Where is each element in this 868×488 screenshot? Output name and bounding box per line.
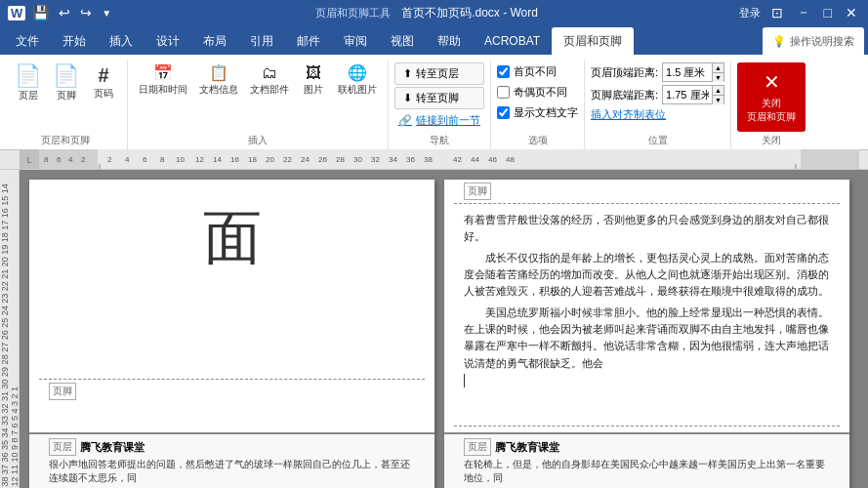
tab-file[interactable]: 文件: [4, 27, 51, 55]
show-doc-text-option[interactable]: 显示文档文字: [497, 105, 578, 120]
header-distance-up[interactable]: ▲: [712, 63, 723, 73]
ribbon-group-position-content: 页眉顶端距离: ▲ ▼ 页脚底端距离:: [591, 62, 724, 132]
goto-footer-icon: ⬇: [403, 92, 412, 104]
footer-distance-up[interactable]: ▲: [712, 86, 723, 96]
svg-text:32: 32: [371, 155, 380, 164]
doc-area: 39 38 37 36 35 34 33 32 31 30 29 28 27 2…: [0, 170, 868, 488]
quick-save-btn[interactable]: 💾: [29, 5, 52, 20]
login-btn[interactable]: 登录: [739, 6, 761, 20]
redo-btn[interactable]: ↪: [77, 5, 95, 20]
nav-column: ⬆ 转至页层 ⬇ 转至页脚 🔗 链接到前一节: [394, 62, 484, 130]
svg-text:34: 34: [389, 155, 397, 164]
ruler: L 8 6 4 2 2 4 6 8 10 12 14 16 18 20 22 2…: [0, 150, 868, 170]
insert-tab-stop-link[interactable]: 插入对齐制表位: [591, 107, 666, 122]
svg-text:12: 12: [195, 155, 204, 164]
margin-numbers: 39 38 37 36 35 34 33 32 31 30 29 28 27 2…: [0, 183, 20, 488]
tab-home[interactable]: 开始: [51, 27, 98, 55]
svg-text:4: 4: [125, 155, 130, 164]
goto-header-btn[interactable]: ⬆ 转至页层: [394, 62, 484, 85]
page1-bottom-section: 页层 腾飞教育课堂 很小声地回答老师提出的问题，然后憋进了气的玻球一样脓回自己的…: [29, 432, 434, 488]
tab-layout[interactable]: 布局: [191, 27, 238, 55]
page2-content[interactable]: 有着曹雪芹般世没落的经历，否则他更多的只会感觉到身边的朋友对自己都很好。 成长不…: [444, 204, 849, 426]
ruler-marks: 8 6 4 2 2 4 6 8 10 12 14 16 18 20 22 24 …: [39, 150, 868, 169]
page1-footer-content: [29, 403, 434, 432]
doc-info-btn[interactable]: 📋 文档信息: [194, 62, 243, 100]
title-bar: W 💾 ↩ ↪ ▼ 页眉和页脚工具 首页不加页码.docx - Word 登录 …: [0, 0, 868, 25]
header-distance-input[interactable]: ▲ ▼: [662, 62, 724, 82]
svg-text:16: 16: [230, 155, 239, 164]
page2-para3: 美国总统罗斯福小时候非常胆小。他的脸上经常显现出一种恐惧的表情。在上课的时候，他…: [464, 305, 830, 372]
tab-help[interactable]: 帮助: [426, 27, 473, 55]
maximize-btn[interactable]: □: [821, 5, 835, 20]
page1-layer-tag: 页层: [49, 438, 76, 456]
header-btn[interactable]: 📄 页层: [10, 62, 46, 105]
search-tab[interactable]: 💡 操作说明搜索: [763, 27, 864, 55]
tab-insert[interactable]: 插入: [98, 27, 145, 55]
page1-bottom-header: 页层 腾飞教育课堂: [49, 438, 415, 456]
tab-review[interactable]: 审阅: [332, 27, 379, 55]
pages-container: 面 页脚 页层 腾飞教育课堂 很小声地回答老师提出的问题，然后憋进了气的玻球一样…: [20, 170, 868, 488]
online-picture-btn[interactable]: 🌐 联机图片: [333, 62, 382, 100]
svg-text:2: 2: [107, 155, 112, 164]
svg-rect-2: [801, 149, 859, 169]
footer-distance-input[interactable]: ▲ ▼: [662, 85, 724, 104]
odd-even-different-checkbox[interactable]: [497, 86, 510, 99]
footer-btn[interactable]: 📄 页脚: [48, 62, 84, 105]
page-1: 面 页脚 页层 腾飞教育课堂 很小声地回答老师提出的问题，然后憋进了气的玻球一样…: [29, 180, 434, 488]
search-icon: 💡: [772, 35, 786, 48]
tab-mail[interactable]: 邮件: [285, 27, 332, 55]
goto-footer-btn[interactable]: ⬇ 转至页脚: [394, 87, 484, 109]
date-time-btn[interactable]: 📅 日期和时间: [134, 62, 192, 100]
undo-btn[interactable]: ↩: [56, 5, 73, 20]
title-right: 登录 ⊡ － □ ✕: [739, 4, 860, 21]
odd-even-different-option[interactable]: 奇偶页不同: [497, 85, 578, 100]
page1-school-name: 腾飞教育课堂: [80, 440, 145, 455]
show-doc-text-checkbox[interactable]: [497, 106, 510, 119]
footer-distance-label: 页脚底端距离:: [591, 88, 658, 102]
doc-parts-icon: 🗂: [262, 65, 277, 81]
page2-footer-tag: 页脚: [464, 183, 491, 200]
svg-text:48: 48: [506, 155, 515, 164]
svg-text:28: 28: [336, 155, 345, 164]
page1-bottom-text: 很小声地回答老师提出的问题，然后憋进了气的玻球一样脓回自己的位几上，甚至还连续题…: [49, 458, 415, 485]
close-window-btn[interactable]: ✕: [843, 5, 860, 20]
close-label: 关闭 页眉和页脚: [747, 97, 796, 124]
svg-text:46: 46: [488, 155, 497, 164]
page2-bottom-header: 页层 腾飞教育课堂: [464, 438, 830, 456]
ribbon-group-position: 页眉顶端距离: ▲ ▼ 页脚底端距离:: [585, 61, 731, 149]
svg-text:6: 6: [57, 155, 62, 164]
restore-btn[interactable]: ⊡: [768, 5, 786, 20]
group-label-options: 选项: [497, 134, 578, 147]
picture-btn[interactable]: 🖼 图片: [296, 62, 331, 100]
tab-header-footer[interactable]: 页眉和页脚: [552, 27, 634, 55]
ruler-corner: L: [26, 155, 31, 165]
tab-ref[interactable]: 引用: [238, 27, 285, 55]
minimize-btn[interactable]: －: [794, 4, 813, 21]
page2-para2: 成长不仅仅指的是年龄上的增长，更包括灵心灵上的成熟。面对苦痛的态度会随着苦痛经历…: [464, 250, 830, 301]
first-page-different-option[interactable]: 首页不同: [497, 64, 578, 79]
ribbon-group-nav: ⬆ 转至页层 ⬇ 转至页脚 🔗 链接到前一节 导航: [389, 61, 491, 149]
page2-bottom-section: 页层 腾飞教育课堂 在轮椅上，但是，他的自身影却在美国民众心中越来越一样美国历史…: [444, 432, 849, 488]
svg-text:2: 2: [81, 155, 86, 164]
page-number-btn[interactable]: # 页码: [86, 62, 121, 103]
first-page-different-checkbox[interactable]: [497, 65, 510, 78]
close-header-footer-btn[interactable]: ✕ 关闭 页眉和页脚: [737, 62, 806, 132]
header-distance-value[interactable]: [663, 66, 712, 78]
footer-distance-value[interactable]: [663, 89, 712, 101]
svg-text:36: 36: [406, 155, 415, 164]
svg-text:8: 8: [160, 155, 165, 164]
svg-text:14: 14: [213, 155, 222, 164]
header-distance-down[interactable]: ▼: [712, 73, 723, 82]
tab-acrobat[interactable]: ACROBAT: [473, 27, 552, 55]
left-margin: 39 38 37 36 35 34 33 32 31 30 29 28 27 2…: [0, 170, 20, 488]
link-prev-btn[interactable]: 🔗 链接到前一节: [394, 111, 484, 130]
doc-info-icon: 📋: [209, 65, 228, 81]
svg-text:20: 20: [266, 155, 274, 164]
online-picture-icon: 🌐: [348, 65, 367, 81]
customize-btn[interactable]: ▼: [99, 8, 114, 19]
group-label-nav: 导航: [394, 134, 484, 147]
tab-design[interactable]: 设计: [145, 27, 191, 55]
footer-distance-down[interactable]: ▼: [712, 96, 723, 104]
doc-parts-btn[interactable]: 🗂 文档部件: [245, 62, 294, 100]
tab-view[interactable]: 视图: [379, 27, 426, 55]
